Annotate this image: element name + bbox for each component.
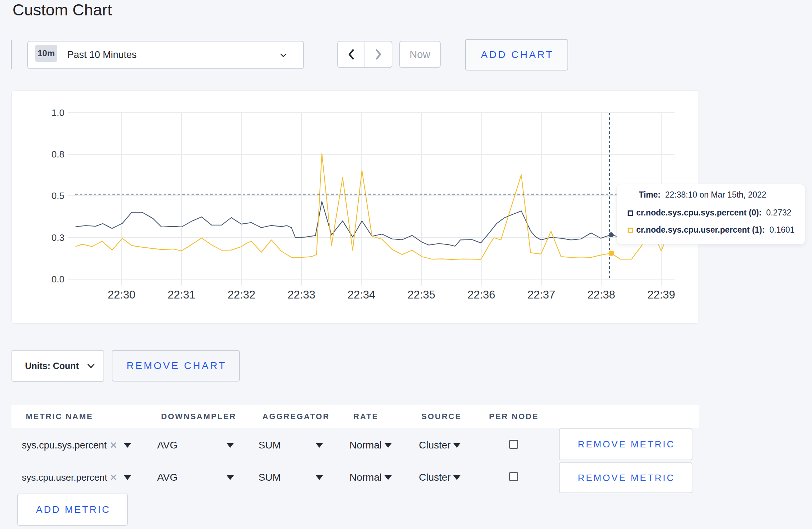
svg-text:22:34: 22:34 bbox=[348, 288, 376, 301]
svg-text:22:33: 22:33 bbox=[287, 288, 315, 301]
svg-text:22:32: 22:32 bbox=[228, 288, 256, 301]
svg-text:22:38: 22:38 bbox=[588, 288, 615, 301]
svg-text:0.5: 0.5 bbox=[52, 190, 64, 201]
svg-text:22:37: 22:37 bbox=[527, 288, 555, 301]
svg-text:22:30: 22:30 bbox=[108, 288, 136, 301]
svg-text:22:36: 22:36 bbox=[468, 288, 496, 301]
svg-text:22:39: 22:39 bbox=[647, 288, 675, 301]
svg-text:22:31: 22:31 bbox=[168, 288, 195, 301]
svg-text:22:35: 22:35 bbox=[407, 288, 435, 301]
svg-text:0.0: 0.0 bbox=[52, 274, 64, 285]
svg-text:0.8: 0.8 bbox=[52, 149, 64, 160]
svg-text:0.3: 0.3 bbox=[52, 232, 64, 243]
svg-text:1.0: 1.0 bbox=[52, 107, 64, 118]
